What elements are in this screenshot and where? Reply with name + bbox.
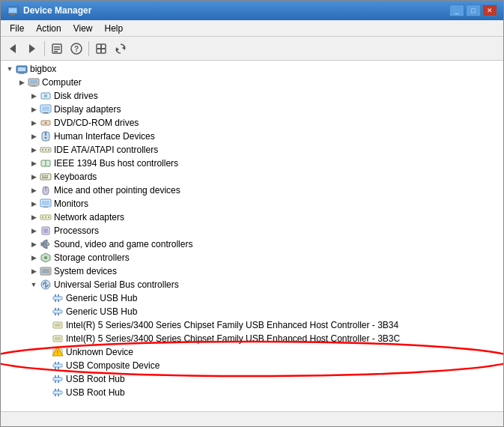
svg-rect-48	[42, 178, 48, 179]
svg-rect-75	[58, 300, 59, 302]
svg-rect-82	[55, 324, 61, 327]
menu-help[interactable]: Help	[99, 22, 130, 35]
svg-rect-94	[53, 378, 62, 381]
update-button[interactable]	[112, 40, 130, 58]
disk-expander[interactable]: ▶	[28, 90, 40, 102]
tree-node-root-hub-2[interactable]: ▶ USB Root Hub	[1, 386, 503, 399]
storage-expander[interactable]: ▶	[28, 252, 40, 264]
tree-node-dvd[interactable]: ▶ DVD/CD-ROM drives	[1, 116, 503, 130]
svg-rect-64	[42, 269, 49, 273]
sound-expander[interactable]: ▶	[28, 238, 40, 250]
processors-expander[interactable]: ▶	[28, 225, 40, 237]
menu-action[interactable]: Action	[30, 22, 67, 35]
hid-icon	[40, 130, 52, 142]
svg-rect-53	[42, 201, 49, 205]
tree-node-usb[interactable]: ▼ Universal Serial Bus controllers	[1, 278, 503, 291]
processors-icon	[40, 225, 52, 237]
svg-point-62	[44, 256, 47, 259]
tree-node-intel-3b34[interactable]: ▶ Intel(R) 5 Series/3400 Series Chipset …	[1, 318, 503, 332]
maximize-button[interactable]: □	[466, 4, 481, 16]
tree-node-hid[interactable]: ▶ Human Interface Devices	[1, 130, 503, 143]
device-manager-window: Device Manager _ □ ✕ File Action View He…	[0, 0, 504, 427]
scan-button[interactable]	[92, 40, 110, 58]
network-expander[interactable]: ▶	[28, 211, 40, 223]
svg-point-70	[47, 285, 49, 286]
hid-expander[interactable]: ▶	[28, 130, 40, 142]
svg-rect-23	[30, 80, 37, 84]
svg-rect-2	[10, 13, 16, 14]
tree-node-ieee[interactable]: ▶ IEEE 1394 Bus host controllers	[1, 157, 503, 170]
tree-node-sound[interactable]: ▶ Sound, video and game controllers	[1, 237, 503, 251]
menu-file[interactable]: File	[4, 22, 30, 35]
svg-rect-69	[43, 283, 44, 285]
display-icon	[40, 103, 52, 115]
root-icon	[16, 63, 28, 75]
generic-hub-1-icon	[52, 292, 64, 304]
tree-node-system[interactable]: ▶ System devices	[1, 264, 503, 278]
tree-node-ide[interactable]: ▶ IDE ATA/ATAPI controllers	[1, 143, 503, 157]
tree-node-network[interactable]: ▶ Network adapters	[1, 211, 503, 224]
svg-rect-7	[54, 46, 60, 48]
generic-hub-2-icon	[52, 306, 64, 318]
system-label: System devices	[54, 266, 117, 276]
tree-node-composite[interactable]: ▶ USB Composite Device	[1, 359, 503, 372]
svg-rect-96	[58, 375, 59, 378]
root-label: bigbox	[30, 64, 56, 74]
svg-rect-77	[55, 308, 56, 310]
tree-node-disk[interactable]: ▶ Disk drives	[1, 89, 503, 103]
sound-icon	[40, 238, 52, 250]
usb-label: Universal Serial Bus controllers	[54, 279, 179, 290]
back-button[interactable]	[4, 40, 22, 58]
device-tree[interactable]: ▼ bigbox ▶	[1, 61, 503, 401]
tree-node-intel-3b3c[interactable]: ▶ Intel(R) 5 Series/3400 Series Chipset …	[1, 332, 503, 345]
monitors-expander[interactable]: ▶	[28, 198, 40, 210]
system-expander[interactable]: ▶	[28, 265, 40, 277]
intel-3b34-icon	[52, 319, 64, 331]
svg-rect-8	[54, 49, 60, 50]
computer-expander[interactable]: ▶	[16, 76, 28, 88]
tree-node-unknown-device[interactable]: ▶ ! Unknown Device	[1, 345, 503, 359]
svg-rect-14	[97, 49, 101, 53]
svg-rect-80	[58, 313, 59, 315]
display-expander[interactable]: ▶	[28, 103, 40, 115]
tree-node-storage[interactable]: ▶ Storage controllers	[1, 251, 503, 264]
close-button[interactable]: ✕	[482, 4, 497, 16]
minimize-button[interactable]: _	[449, 4, 464, 16]
dvd-expander[interactable]: ▶	[28, 117, 40, 129]
tree-node-generic-hub-2[interactable]: ▶ Generic USB Hub	[1, 305, 503, 318]
tree-node-computer[interactable]: ▶ Computer	[1, 76, 503, 89]
tree-node-root-hub-1[interactable]: ▶ USB Root Hub	[1, 372, 503, 386]
svg-marker-5	[29, 44, 35, 53]
tree-node-processors[interactable]: ▶ Processors	[1, 224, 503, 237]
keyboards-expander[interactable]: ▶	[28, 171, 40, 183]
forward-button[interactable]	[23, 40, 41, 58]
tree-node-display[interactable]: ▶ Display adapters	[1, 103, 503, 116]
status-bar	[1, 411, 503, 426]
svg-rect-32	[43, 113, 49, 114]
tree-node-generic-hub-1[interactable]: ▶ Generic USB Hub	[1, 291, 503, 305]
svg-rect-39	[42, 149, 43, 151]
svg-rect-54	[43, 207, 48, 208]
menu-view[interactable]: View	[67, 22, 99, 35]
root-expander[interactable]: ▼	[4, 63, 16, 75]
window-controls: _ □ ✕	[449, 4, 497, 16]
menu-bar: File Action View Help	[1, 20, 503, 37]
tree-root[interactable]: ▼ bigbox	[1, 62, 503, 76]
mice-expander[interactable]: ▶	[28, 184, 40, 196]
root-hub-2-icon	[52, 387, 64, 399]
svg-rect-78	[58, 308, 59, 310]
svg-rect-12	[97, 44, 101, 49]
ide-expander[interactable]: ▶	[28, 144, 40, 156]
tree-node-mice[interactable]: ▶ Mice and other pointing devices	[1, 184, 503, 197]
tree-node-monitors[interactable]: ▶ Monitors	[1, 197, 503, 211]
svg-rect-90	[55, 362, 56, 364]
tree-node-keyboards[interactable]: ▶ Keyboards	[1, 170, 503, 184]
usb-expander[interactable]: ▼	[28, 279, 40, 291]
keyboards-icon	[40, 171, 52, 183]
properties-button[interactable]	[48, 40, 66, 58]
help-button[interactable]: ?	[67, 40, 85, 58]
window-icon	[7, 4, 19, 16]
ieee-expander[interactable]: ▶	[28, 157, 40, 169]
svg-rect-47	[46, 175, 48, 177]
processors-label: Processors	[54, 225, 99, 236]
